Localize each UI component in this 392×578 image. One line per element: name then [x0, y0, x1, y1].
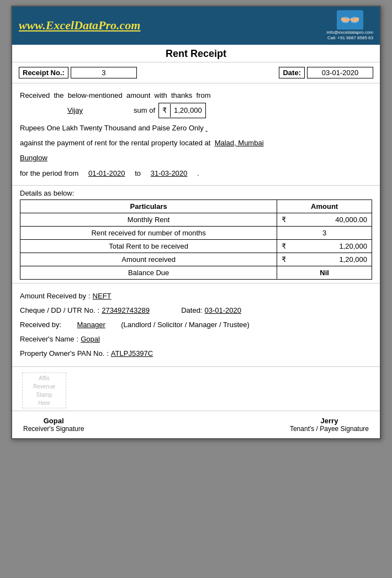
amount-box: ₹ 1,20,000 [158, 103, 206, 118]
dated-value: 03-01-2020 [204, 303, 254, 318]
receipt-title: Rent Receipt [166, 48, 226, 59]
recv-by-row: Received by: Manager (Landlord / Solicit… [20, 318, 372, 332]
recv-by-roles: (Landlord / Solicitor / Manager / Truste… [121, 318, 250, 332]
tenant-sig-name: Jerry [290, 417, 369, 425]
sum-of-label: sum of [134, 104, 155, 117]
receiver-sig-name: Gopal [23, 417, 84, 425]
date-group: Date: 03-01-2020 [279, 67, 373, 78]
table-row: Balance DueNil [20, 266, 372, 280]
receipt-no-value: 3 [71, 67, 137, 78]
pan-row: Property Owner's PAN No. : ATLPJ5397C [20, 346, 372, 361]
receipt-meta-row: Receipt No.: 3 Date: 03-01-2020 [12, 62, 380, 83]
pan-value: ATLPJ5397C [111, 346, 177, 361]
property-type: Bunglow [20, 151, 241, 164]
amount-cell: ₹1,20,000 [277, 253, 372, 266]
cheque-colon: : [98, 303, 100, 318]
particular-cell: Monthly Rent [20, 213, 277, 227]
col-amount: Amount [277, 200, 372, 213]
receiver-name-value: Gopal [81, 332, 114, 346]
below-mentioned-word: below-mentioned [68, 91, 123, 99]
amount-word: amount [126, 91, 150, 99]
header-bottom: Rent Receipt [12, 45, 380, 62]
period-dot: . [197, 167, 199, 180]
cheque-label: Cheque / DD / UTR No. [20, 303, 96, 318]
period-prefix: for the period from [20, 167, 78, 180]
particular-cell: Rent received for number of months [20, 227, 277, 240]
cheque-row: Cheque / DD / UTR No. : 273492743289 Dat… [20, 303, 372, 318]
header-top: www.ExcelDataPro.com info@exceldatapro.c… [12, 7, 380, 45]
particular-cell: Amount received [20, 253, 277, 266]
amount-cell: Nil [277, 266, 372, 280]
amount-cell: ₹1,20,000 [277, 240, 372, 253]
received-by-row: Amount Received by : NEFT [20, 289, 372, 303]
received-by-colon: : [88, 289, 91, 303]
cheque-value: 273492743289 [102, 303, 162, 318]
recv-by-value: Manager [63, 318, 119, 332]
recv-by-label: Received by: [20, 318, 61, 332]
receipt-no-group: Receipt No.: 3 [19, 67, 137, 78]
rupees-text: Rupees One Lakh Twenty Thousand and Pais… [20, 124, 204, 132]
table-row: Total Rent to be received₹1,20,000 [20, 240, 372, 253]
particular-cell: Balance Due [20, 266, 277, 280]
receipt-no-label: Receipt No.: [19, 67, 68, 78]
col-particulars: Particulars [20, 200, 277, 213]
amount-value: 1,20,000 [174, 104, 202, 117]
tenant-sig-label: Tenant's / Payee Signature [290, 425, 369, 433]
receiver-name-row: Receiver's Name : Gopal [20, 332, 372, 346]
pan-label: Property Owner's PAN No. [20, 346, 104, 361]
table-row: Rent received for number of months3 [20, 227, 372, 240]
received-by-value: NEFT [93, 289, 137, 303]
location: Malad, Mumbai [215, 136, 281, 149]
date-value: 03-01-2020 [307, 67, 373, 78]
period-line: for the period from 01-01-2020 to 31-03-… [20, 167, 372, 180]
period-from: 01-01-2020 [82, 167, 131, 180]
with-word: with [155, 91, 167, 99]
receiver-sig-label: Receiver's Signature [23, 425, 84, 433]
rupee-symbol: ₹ [162, 104, 171, 117]
payment-section: Amount Received by : NEFT Cheque / DD / … [12, 283, 380, 367]
dated-label: Dated: [181, 303, 202, 318]
pan-colon: : [107, 346, 109, 361]
signature-section: Gopal Receiver's Signature Jerry Tenant'… [12, 411, 380, 438]
tenant-name: Vijay [20, 104, 130, 117]
receiver-name-label: Receiver's Name [20, 332, 75, 346]
table-header-row: Particulars Amount [20, 200, 372, 213]
details-table: Particulars Amount Monthly Rent₹40,000.0… [20, 199, 372, 280]
particular-cell: Total Rent to be received [20, 240, 277, 253]
amount-cell: 3 [277, 227, 372, 240]
stamp-section: Affis Revenue Stamp Here [12, 367, 380, 411]
property-type-line: Bunglow [20, 151, 372, 164]
period-to: 31-03-2020 [144, 167, 194, 180]
table-row: Monthly Rent₹40,000.00 [20, 213, 372, 227]
details-label: Details as below: [20, 189, 372, 197]
handshake-icon [337, 10, 363, 30]
body-section: Received the below-mentioned amount with… [12, 83, 380, 186]
thanks-word: thanks [171, 91, 192, 99]
contact-info: info@exceldatapro.com Call: +91 9687 858… [327, 30, 373, 41]
receipt-document: www.ExcelDataPro.com info@exceldatapro.c… [11, 6, 381, 439]
logo-area: info@exceldatapro.com Call: +91 9687 858… [327, 10, 373, 41]
received-word: Received [20, 91, 50, 99]
website-link[interactable]: www.ExcelDataPro.com [19, 18, 140, 33]
rupees-text-line: Rupees One Lakh Twenty Thousand and Pais… [20, 122, 372, 134]
receiver-sig-block: Gopal Receiver's Signature [23, 417, 84, 433]
tenant-amount-line: Vijay sum of ₹ 1,20,000 [20, 103, 372, 118]
revenue-stamp-box: Affis Revenue Stamp Here [22, 372, 66, 408]
tenant-sig-block: Jerry Tenant's / Payee Signature [290, 417, 369, 433]
received-by-label: Amount Received by [20, 289, 86, 303]
against-text: against the payment of rent for the rent… [20, 139, 210, 147]
date-label: Date: [279, 67, 305, 78]
received-line: Received the below-mentioned amount with… [20, 89, 372, 102]
table-row: Amount received₹1,20,000 [20, 253, 372, 266]
amount-cell: ₹40,000.00 [277, 213, 372, 227]
the-word: the [54, 91, 63, 99]
details-section: Details as below: Particulars Amount Mon… [12, 186, 380, 283]
period-to-label: to [135, 167, 141, 180]
from-word: from [197, 91, 211, 99]
against-line: against the payment of rent for the rent… [20, 136, 372, 149]
receiver-name-colon: : [77, 332, 79, 346]
